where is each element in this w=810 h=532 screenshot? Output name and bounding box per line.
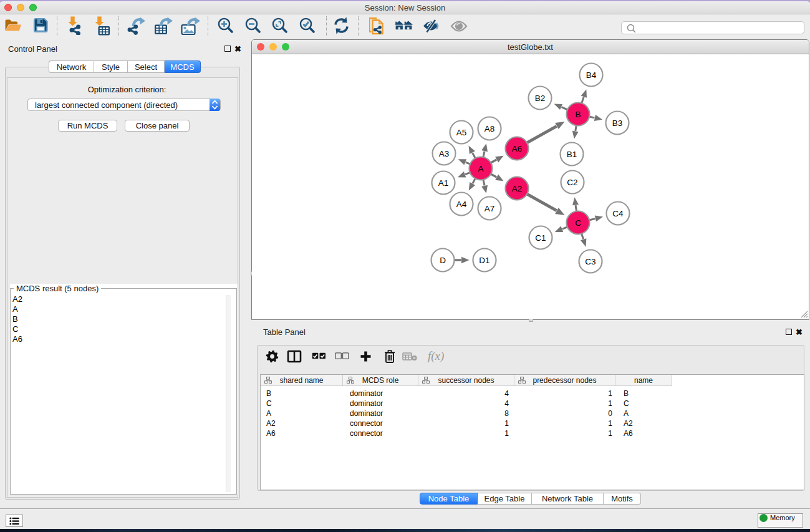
svg-text:B2: B2 <box>535 94 546 103</box>
svg-text:B1: B1 <box>567 150 577 159</box>
svg-text:C3: C3 <box>585 257 595 266</box>
svg-text:C1: C1 <box>535 233 546 243</box>
svg-text:A3: A3 <box>439 149 450 158</box>
svg-text:B: B <box>575 110 581 119</box>
svg-text:A1: A1 <box>438 178 449 188</box>
svg-text:A8: A8 <box>485 124 495 133</box>
svg-text:A6: A6 <box>512 144 523 153</box>
svg-text:A4: A4 <box>456 200 467 209</box>
svg-text:A5: A5 <box>456 128 467 137</box>
svg-text:C4: C4 <box>612 209 624 218</box>
svg-text:B3: B3 <box>612 118 623 128</box>
svg-text:C: C <box>575 218 581 228</box>
svg-text:A7: A7 <box>485 204 495 213</box>
svg-text:D1: D1 <box>479 256 489 265</box>
svg-text:A2: A2 <box>512 184 523 193</box>
svg-text:C2: C2 <box>567 178 577 187</box>
svg-text:A: A <box>478 164 483 173</box>
svg-text:B4: B4 <box>586 70 597 80</box>
svg-text:D: D <box>440 256 446 265</box>
